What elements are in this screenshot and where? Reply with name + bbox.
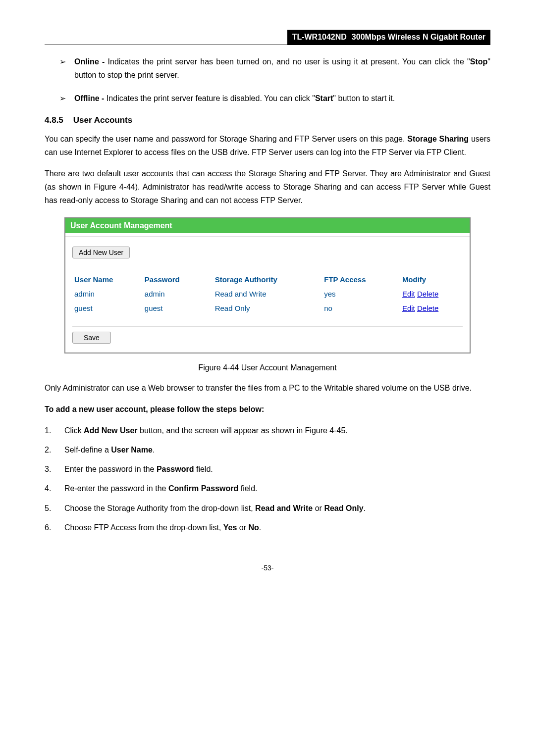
bullet-arrow-icon: ➢ <box>59 92 74 105</box>
table-row: admin admin Read and Write yes Edit Dele… <box>72 287 463 301</box>
cell-ftp-access: no <box>322 301 400 315</box>
cell-storage-authority: Read and Write <box>213 287 322 301</box>
cell-ftp-access: yes <box>322 287 400 301</box>
figure-caption: Figure 4-44 User Account Management <box>45 363 490 372</box>
save-button[interactable]: Save <box>72 332 111 344</box>
cell-password: admin <box>143 287 213 301</box>
step-item: 4. Re-enter the password in the Confirm … <box>45 482 490 495</box>
page-number: -53- <box>45 564 490 572</box>
col-storage-authority: Storage Authority <box>213 272 322 287</box>
section-number: 4.8.5 <box>45 115 63 125</box>
steps-heading: To add a new user account, please follow… <box>45 403 490 416</box>
user-account-panel-figure: User Account Management Add New User Use… <box>64 217 471 353</box>
edit-link[interactable]: Edit <box>402 304 415 312</box>
paragraph: There are two default user accounts that… <box>45 167 490 207</box>
cell-username: guest <box>72 301 143 315</box>
delete-link[interactable]: Delete <box>417 304 438 312</box>
paragraph: Only Administrator can use a Web browser… <box>45 381 490 395</box>
col-password: Password <box>143 272 213 287</box>
step-item: 3. Enter the password in the Password fi… <box>45 462 490 476</box>
user-table: User Name Password Storage Authority FTP… <box>72 272 463 315</box>
bullet-offline: ➢ Offline - Indicates the print server f… <box>59 92 490 105</box>
step-item: 6. Choose FTP Access from the drop-down … <box>45 521 490 534</box>
step-item: 2. Self-define a User Name. <box>45 443 490 456</box>
product-desc: 300Mbps Wireless N Gigabit Router <box>352 33 485 42</box>
panel-title: User Account Management <box>65 218 470 233</box>
table-row: guest guest Read Only no Edit Delete <box>72 301 463 315</box>
cell-password: guest <box>143 301 213 315</box>
col-modify: Modify <box>400 272 463 287</box>
col-ftp-access: FTP Access <box>322 272 400 287</box>
bullet-online: ➢ Online - Indicates the print server ha… <box>59 55 490 82</box>
step-item: 5. Choose the Storage Authority from the… <box>45 502 490 515</box>
bullet-label: Online - <box>74 57 105 66</box>
delete-link[interactable]: Delete <box>417 290 438 298</box>
bullet-label: Offline - <box>74 94 104 102</box>
user-account-panel: User Account Management Add New User Use… <box>64 217 471 353</box>
save-row: Save <box>72 326 463 344</box>
step-item: 1. Click Add New User button, and the sc… <box>45 424 490 437</box>
table-header-row: User Name Password Storage Authority FTP… <box>72 272 463 287</box>
cell-username: admin <box>72 287 143 301</box>
cell-modify: Edit Delete <box>400 287 463 301</box>
product-model: TL-WR1042ND <box>292 33 347 42</box>
page-header: TL-WR1042ND 300Mbps Wireless N Gigabit R… <box>45 30 490 45</box>
product-header: TL-WR1042ND 300Mbps Wireless N Gigabit R… <box>287 30 490 45</box>
section-heading: 4.8.5User Accounts <box>45 115 490 125</box>
bullet-arrow-icon: ➢ <box>59 55 74 82</box>
cell-storage-authority: Read Only <box>213 301 322 315</box>
paragraph: You can specify the user name and passwo… <box>45 132 490 159</box>
add-new-user-button[interactable]: Add New User <box>72 247 130 258</box>
edit-link[interactable]: Edit <box>402 290 415 298</box>
col-username: User Name <box>72 272 143 287</box>
section-title: User Accounts <box>73 115 132 125</box>
cell-modify: Edit Delete <box>400 301 463 315</box>
